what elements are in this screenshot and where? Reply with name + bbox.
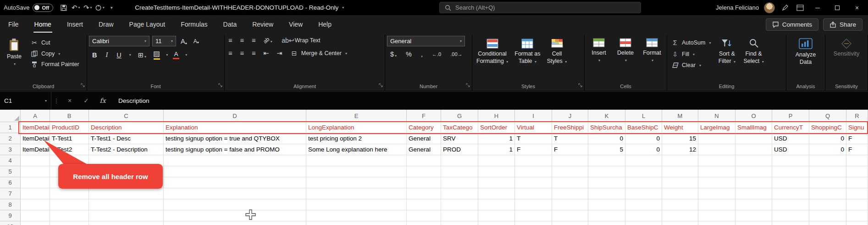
document-title[interactable]: CreateTestItems-ItemDetail-WITHHEADER-DO… [135, 4, 344, 11]
row-header-9[interactable]: 9 [0, 210, 21, 221]
cell-K6[interactable] [588, 177, 625, 188]
italic-button[interactable]: I [104, 51, 110, 59]
tab-insert[interactable]: Insert [66, 16, 84, 33]
delete-cells-button[interactable]: Delete ▾ [613, 36, 638, 64]
decrease-decimal-button[interactable]: .00→ [448, 51, 464, 57]
cell-J3[interactable]: F [552, 144, 588, 155]
cell-M7[interactable] [662, 188, 698, 199]
cell-M5[interactable] [662, 166, 698, 177]
decrease-font-button[interactable]: A▾ [192, 38, 201, 45]
cell-R2[interactable]: F [846, 133, 868, 144]
cell-P10[interactable] [772, 221, 809, 225]
cell-G1[interactable]: TaxCatego [441, 122, 478, 133]
cell-O9[interactable] [735, 210, 772, 221]
paste-dropdown-icon[interactable]: ▾ [14, 62, 16, 67]
cell-P2[interactable]: USD [772, 133, 809, 144]
cell-G2[interactable]: SRV [441, 133, 478, 144]
row-header-8[interactable]: 8 [0, 199, 21, 210]
wrap-text-button[interactable]: ab↩ Wrap Text [282, 36, 322, 45]
cell-O6[interactable] [735, 177, 772, 188]
underline-dropdown-icon[interactable]: ▾ [129, 53, 131, 57]
cell-O3[interactable] [735, 144, 772, 155]
enter-icon[interactable]: ✓ [78, 97, 94, 104]
cell-A7[interactable] [21, 188, 50, 199]
cell-L7[interactable] [625, 188, 662, 199]
cell-P7[interactable] [772, 188, 809, 199]
cell-L5[interactable] [625, 166, 662, 177]
cell-H9[interactable] [478, 210, 515, 221]
cell-P6[interactable] [772, 177, 809, 188]
fill-color-dropdown-icon[interactable]: ▾ [166, 53, 168, 57]
copy-button[interactable]: Copy▾ [28, 50, 81, 58]
cell-R10[interactable] [846, 221, 868, 225]
search-box[interactable]: Search (Alt+Q) [439, 2, 641, 13]
row-header-6[interactable]: 6 [0, 177, 21, 188]
font-size-combo[interactable]: 11▾ [152, 36, 176, 46]
font-name-combo[interactable]: Calibri▾ [89, 36, 149, 46]
comma-style-button[interactable]: , [419, 50, 425, 58]
cell-A1[interactable]: ItemDetail [21, 122, 50, 133]
tab-draw[interactable]: Draw [98, 16, 115, 33]
find-select-dropdown-icon[interactable]: ▾ [762, 60, 764, 64]
cell-C10[interactable] [89, 221, 164, 225]
alignment-dialog-launcher[interactable] [379, 81, 383, 89]
cell-B9[interactable] [50, 210, 89, 221]
cell-I1[interactable]: Virtual [515, 122, 552, 133]
cell-L4[interactable] [625, 155, 662, 166]
format-painter-button[interactable]: Format Painter [28, 60, 81, 68]
cell-M4[interactable] [662, 155, 698, 166]
column-header-J[interactable]: J [552, 110, 588, 122]
underline-button[interactable]: U [115, 51, 123, 59]
cell-E5[interactable] [306, 166, 407, 177]
column-header-E[interactable]: E [306, 110, 407, 122]
column-header-P[interactable]: P [772, 110, 809, 122]
cell-P4[interactable] [772, 155, 809, 166]
cell-N9[interactable] [698, 210, 735, 221]
align-right-button[interactable]: ≡ [250, 49, 257, 57]
align-center-button[interactable]: ≡ [238, 49, 245, 57]
cell-R4[interactable] [846, 155, 868, 166]
column-header-G[interactable]: G [441, 110, 478, 122]
orientation-button[interactable]: ab▾ [261, 37, 274, 44]
cell-D10[interactable] [164, 221, 306, 225]
tab-formulas[interactable]: Formulas [180, 16, 208, 33]
name-box[interactable]: C1 ▾ [0, 92, 51, 109]
cell-Q8[interactable] [809, 199, 846, 210]
column-header-R[interactable]: R [846, 110, 868, 122]
fill-button[interactable]: ⇩Fill▾ [669, 50, 713, 59]
cell-O7[interactable] [735, 188, 772, 199]
align-middle-button[interactable]: ≡ [238, 36, 245, 45]
percent-style-button[interactable]: % [404, 50, 414, 58]
column-header-D[interactable]: D [164, 110, 306, 122]
cell-G3[interactable]: PROD [441, 144, 478, 155]
cell-B3[interactable]: T-Test2 [50, 144, 89, 155]
cell-D6[interactable] [164, 177, 306, 188]
cell-N7[interactable] [698, 188, 735, 199]
number-dialog-launcher[interactable] [466, 81, 470, 89]
cell-C8[interactable] [89, 199, 164, 210]
cell-E4[interactable] [306, 155, 407, 166]
cell-M10[interactable] [662, 221, 698, 225]
sort-filter-button[interactable]: Sort &Filter ▾ [714, 36, 739, 66]
conditional-dropdown-icon[interactable]: ▾ [506, 60, 508, 64]
tab-data[interactable]: Data [222, 16, 238, 33]
accounting-format-button[interactable]: $▾ [388, 50, 398, 58]
align-top-button[interactable]: ≡ [227, 36, 234, 45]
cell-I4[interactable] [515, 155, 552, 166]
tab-review[interactable]: Review [251, 16, 274, 33]
cell-M1[interactable]: Weight [662, 122, 698, 133]
cell-B7[interactable] [50, 188, 89, 199]
conditional-formatting-button[interactable]: ConditionalFormatting ▾ [474, 36, 510, 66]
cell-M6[interactable] [662, 177, 698, 188]
cell-Q6[interactable] [809, 177, 846, 188]
cell-C2[interactable]: T-Test1 - Desc [89, 133, 164, 144]
paste-button[interactable]: Paste ▾ [2, 36, 27, 68]
cell-N2[interactable] [698, 133, 735, 144]
qat-tool-dropdown-icon[interactable]: ▾ [103, 6, 105, 10]
column-header-K[interactable]: K [588, 110, 625, 122]
insert-cells-button[interactable]: Insert ▾ [586, 36, 611, 64]
cell-Q3[interactable]: 0 [809, 144, 846, 155]
increase-font-button[interactable]: A▴ [179, 37, 189, 45]
cell-D9[interactable] [164, 210, 306, 221]
cell-F5[interactable] [407, 166, 441, 177]
